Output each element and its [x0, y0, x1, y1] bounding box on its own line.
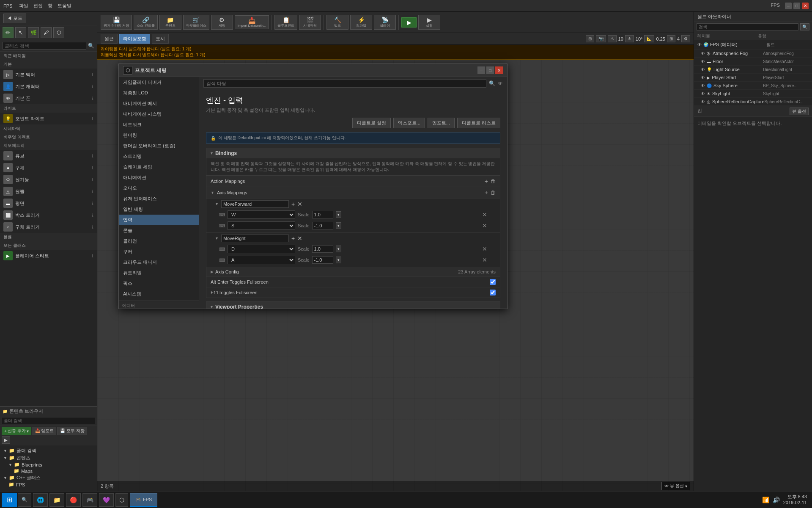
dropdown-s-button[interactable]: ▾	[336, 222, 341, 229]
cinematic-button[interactable]: 🎬 시네마틱	[299, 15, 321, 30]
ps-sidebar-item-gameplay[interactable]: 게임플레이 디버거	[119, 77, 199, 88]
class-search-input[interactable]	[3, 42, 86, 50]
rp-item-skylight[interactable]: 👁 ☀ SkyLight SkyLight	[694, 90, 812, 98]
icon-geometry[interactable]: ⬡	[53, 27, 64, 38]
import-settings-button[interactable]: 임포트...	[428, 118, 455, 128]
viewport-ctrl-7[interactable]: ⚙	[681, 35, 690, 42]
execute-button[interactable]: ▶ 실행	[418, 15, 440, 30]
ps-sidebar-item-ai[interactable]: AI시스템	[119, 289, 199, 299]
ps-search-input[interactable]	[203, 79, 486, 88]
icon-pencil[interactable]: ✏	[3, 27, 14, 38]
rp-item-light-source[interactable]: 👁 💡 Light Source DirectionalLight	[694, 66, 812, 74]
add-mr-key-icon[interactable]: +	[291, 235, 295, 242]
viewport-ctrl-5[interactable]: 📐	[644, 35, 654, 42]
scale-value-a[interactable]	[312, 256, 333, 264]
save-runtime-button[interactable]: 💾 원자 런타임 저장	[101, 15, 132, 30]
vp-section-header[interactable]: ▼ Viewport Properties	[206, 302, 500, 309]
minimize-button[interactable]: –	[785, 3, 792, 9]
f11-checkbox[interactable]	[490, 290, 496, 295]
ps-sidebar-item-general[interactable]: 일반 세팅	[119, 204, 199, 215]
rp-search-button[interactable]: 🔍	[800, 23, 809, 30]
add-axis-icon[interactable]: +	[485, 189, 488, 196]
ps-sidebar-item-rendering[interactable]: 렌더링	[119, 130, 199, 141]
ps-sidebar-item-console[interactable]: 콘솔	[119, 225, 199, 236]
ps-max-button[interactable]: □	[486, 66, 494, 74]
save-all-button[interactable]: 💾 모두 저장	[58, 427, 87, 435]
sidebar-item-cube[interactable]: ▪ 큐브 ℹ	[0, 150, 97, 162]
compile-button[interactable]: ⚡ 컴파일	[350, 15, 372, 30]
icon-cursor[interactable]: ↖	[15, 27, 26, 38]
delete-axis-icon[interactable]: 🗑	[491, 190, 496, 196]
ps-sidebar-item-navmesh[interactable]: 내비게이션 메시	[119, 98, 199, 109]
delete-mr-icon[interactable]: ✕	[297, 235, 302, 242]
sidebar-item-plane[interactable]: ▬ 평면 ℹ	[0, 197, 97, 209]
content-button[interactable]: 📁 콘텐츠	[159, 15, 181, 30]
view-options-rp-button[interactable]: 뷰 옵션	[790, 108, 809, 115]
delete-action-icon[interactable]: 🗑	[491, 178, 496, 184]
add-action-icon[interactable]: +	[485, 178, 488, 185]
icon-foliage[interactable]: 🌿	[28, 27, 39, 38]
sidebar-item-cylinder[interactable]: ⬭ 원기둥 ℹ	[0, 174, 97, 185]
build-button[interactable]: 🔨 빌드	[326, 15, 348, 30]
cb-item-content[interactable]: ▼ 📁 콘텐츠	[2, 454, 95, 461]
tab-lit[interactable]: 라이팅포함	[119, 34, 150, 44]
view-options-button[interactable]: 👁 뷰 옵션 ▾	[661, 482, 690, 490]
viewport-ctrl-3[interactable]: ⚠	[608, 35, 617, 42]
remove-d-icon[interactable]: ✕	[482, 246, 487, 252]
start-button[interactable]: ⊞	[2, 493, 17, 507]
chrome-button[interactable]: 🔴	[66, 493, 81, 507]
sidebar-item-sphere[interactable]: ● 구체 ℹ	[0, 162, 97, 174]
ps-sidebar-item-fix[interactable]: 픽스	[119, 278, 199, 289]
sidebar-item-point-light[interactable]: 💡 포인트 라이트 ℹ	[0, 113, 97, 124]
menu-window[interactable]: 창	[48, 3, 52, 9]
rp-item-sphere-reflection[interactable]: 👁 ◎ SphereReflectionCapture SphereReflec…	[694, 98, 812, 106]
rp-item-floor[interactable]: 👁 ▬ Floor StaticMeshActor	[694, 58, 812, 66]
epic-button[interactable]: 🎮	[82, 493, 97, 507]
ps-sidebar-item-crowd[interactable]: 크라우드 매니저	[119, 257, 199, 268]
mf-key-w-select[interactable]: W	[228, 210, 295, 219]
dropdown-a-button[interactable]: ▾	[336, 257, 341, 263]
browser-button[interactable]: 🌐	[33, 493, 48, 507]
mr-key-a-select[interactable]: A	[228, 256, 295, 264]
viewport-ctrl-4[interactable]: ⚠	[625, 35, 634, 42]
cb-search-input[interactable]	[2, 417, 95, 424]
import-button[interactable]: 📥 임포트	[33, 427, 57, 435]
cb-item-fps[interactable]: 📁 FPS	[2, 481, 95, 488]
scale-value-w[interactable]	[312, 211, 333, 218]
ps-sidebar-item-navsys[interactable]: 내비게이션 시스템	[119, 109, 199, 119]
sidebar-item-sphere-trigger[interactable]: ○ 구체 트리거 ℹ	[0, 221, 97, 233]
export-button[interactable]: 익스포트...	[393, 118, 425, 128]
cb-item-favorites[interactable]: ▼ 📁 폴더 검색	[2, 447, 95, 454]
rp-search-input[interactable]	[697, 23, 798, 30]
fps-taskbar-button[interactable]: 🎮 FPS	[130, 493, 157, 507]
import-datasmith-button[interactable]: 📥 Import Datasmith...	[235, 15, 269, 29]
ps-min-button[interactable]: –	[477, 66, 485, 74]
scale-value-d[interactable]	[312, 245, 333, 253]
ps-sidebar-item-collision[interactable]: 콜리전	[119, 236, 199, 246]
rp-item-player-start[interactable]: 👁 ▶ Player Start PlayerStart	[694, 74, 812, 82]
close-button[interactable]: ✕	[802, 3, 809, 9]
sidebar-item-box-trigger[interactable]: ⬜ 박스 트리거 ℹ	[0, 209, 97, 221]
ps-close-button[interactable]: ✕	[495, 66, 503, 74]
ps-sidebar-item-lod[interactable]: 계층형 LOD	[119, 88, 199, 98]
file-explorer-button[interactable]: 📁	[49, 493, 64, 507]
source-control-button[interactable]: 🔗 소스 컨트롤	[134, 15, 157, 30]
ps-sidebar-item-override[interactable]: 핸더럴 오버라이드 (로컬)	[119, 141, 199, 151]
blueprint-button[interactable]: 📋 블루프린트	[274, 15, 297, 30]
ps-sidebar-item-input[interactable]: 입력	[119, 215, 199, 225]
add-mf-key-icon[interactable]: +	[291, 201, 295, 207]
maximize-button[interactable]: □	[793, 3, 800, 9]
delete-mf-icon[interactable]: ✕	[297, 201, 302, 207]
forward-button[interactable]: ▶	[2, 436, 10, 444]
ue4-button[interactable]: ⬡	[115, 493, 128, 507]
rp-item-fps[interactable]: 👁 🌍 FPS (에디터) 필드	[694, 40, 812, 50]
mr-key-d-select[interactable]: D	[228, 245, 295, 253]
menu-file[interactable]: 파일	[19, 3, 28, 9]
remove-s-icon[interactable]: ✕	[482, 222, 487, 229]
ps-sidebar-item-streaming[interactable]: 스트리밍	[119, 151, 199, 162]
sidebar-item-basic-char[interactable]: 👤 기본 캐릭터 ℹ	[0, 80, 97, 92]
ps-eye-icon[interactable]: 👁	[498, 80, 503, 86]
sidebar-item-player-start[interactable]: ▶ 플레이어 스타트 ℹ	[0, 250, 97, 262]
ps-sidebar-item-cooker[interactable]: 쿠커	[119, 246, 199, 257]
ps-sidebar-item-slate[interactable]: 슬레이트 세팅	[119, 162, 199, 172]
